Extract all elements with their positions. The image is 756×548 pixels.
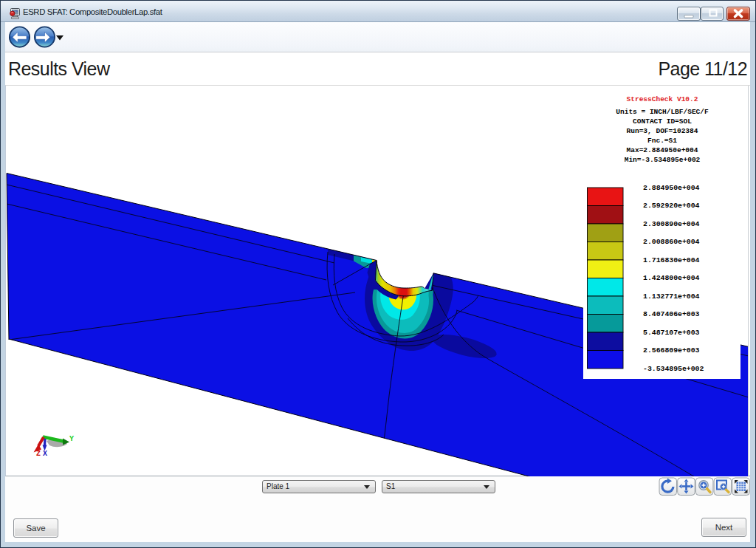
- svg-text:CONTACT ID=SOL: CONTACT ID=SOL: [633, 117, 692, 126]
- svg-text:Fnc.=S1: Fnc.=S1: [647, 137, 677, 145]
- svg-text:Min=-3.534895e+002: Min=-3.534895e+002: [625, 156, 701, 164]
- svg-text:2.884950e+004: 2.884950e+004: [643, 184, 700, 192]
- svg-text:8.407406e+003: 8.407406e+003: [643, 310, 700, 318]
- svg-text:1.716830e+004: 1.716830e+004: [643, 256, 700, 264]
- svg-text:-3.534895e+002: -3.534895e+002: [643, 365, 704, 373]
- svg-text:StressCheck V10.2: StressCheck V10.2: [627, 95, 698, 103]
- svg-text:Units = INCH/LBF/SEC/F: Units = INCH/LBF/SEC/F: [616, 108, 709, 116]
- svg-text:Run=3, DOF=102384: Run=3, DOF=102384: [627, 127, 698, 135]
- svg-text:2.566809e+003: 2.566809e+003: [643, 346, 700, 355]
- svg-text:2.008860e+004: 2.008860e+004: [643, 238, 700, 246]
- svg-text:1.424800e+004: 1.424800e+004: [643, 274, 700, 282]
- svg-text:X: X: [43, 450, 47, 458]
- svg-text:Z: Z: [36, 450, 41, 458]
- svg-text:Y: Y: [69, 435, 74, 443]
- svg-text:2.592920e+004: 2.592920e+004: [643, 202, 700, 210]
- svg-text:1.132771e+004: 1.132771e+004: [643, 292, 700, 301]
- svg-text:2.300890e+004: 2.300890e+004: [643, 220, 700, 228]
- svg-text:5.487107e+003: 5.487107e+003: [643, 329, 700, 337]
- svg-text:Max=2.884950e+004: Max=2.884950e+004: [627, 146, 698, 154]
